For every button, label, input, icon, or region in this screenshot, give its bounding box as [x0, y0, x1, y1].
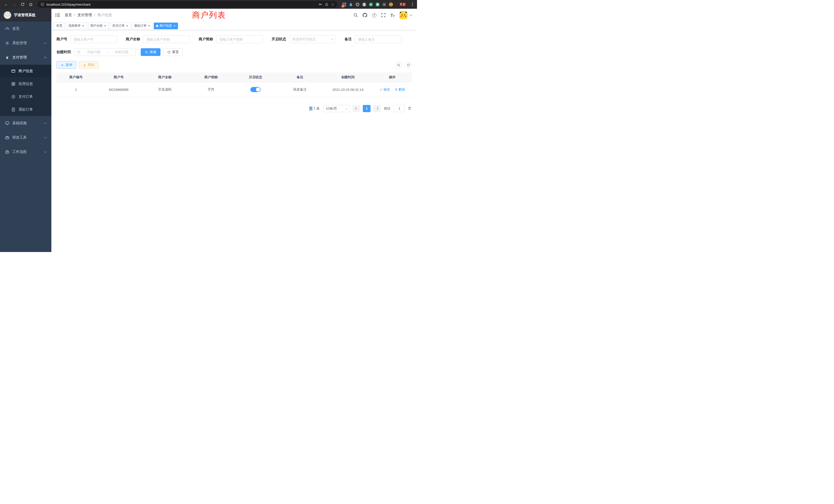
- filter-merchant-no: 商户号: [57, 36, 117, 43]
- reset-button[interactable]: 重置: [163, 48, 183, 56]
- breadcrumb-payment[interactable]: 支付管理: [78, 13, 92, 18]
- sidebar-item-infra[interactable]: 基础设施: [0, 116, 51, 130]
- tab-refund-order[interactable]: 退款订单 ×: [132, 23, 153, 29]
- workflow-icon: [5, 150, 9, 154]
- sidebar-item-refund-order[interactable]: 退款订单: [0, 103, 51, 116]
- status-select[interactable]: 请选择开启状态: [289, 36, 336, 43]
- logo[interactable]: 芋道管理系统: [0, 9, 51, 22]
- date-range-picker[interactable]: 开始日期 - 结束日期: [74, 48, 136, 56]
- chevron-down-icon: [331, 38, 334, 40]
- close-icon[interactable]: ×: [126, 24, 128, 27]
- table-header: 商户全称: [142, 72, 188, 82]
- search-button-label: 搜索: [150, 50, 156, 54]
- chevron-down-icon: [44, 42, 47, 44]
- extension-avatar-icon[interactable]: [362, 2, 367, 7]
- browser-forward-icon[interactable]: →: [11, 1, 18, 8]
- short-name-input[interactable]: [216, 36, 263, 43]
- sidebar-item-pay-order[interactable]: 支付订单: [0, 90, 51, 103]
- password-key-icon[interactable]: [319, 3, 322, 6]
- close-icon[interactable]: ×: [148, 24, 151, 27]
- tab-label: 支付订单: [112, 24, 125, 28]
- browser-home-icon[interactable]: [27, 1, 35, 8]
- page-1-button[interactable]: 1: [363, 105, 371, 112]
- filter-label: 商户全称: [126, 37, 140, 42]
- chevron-left-icon: [355, 107, 358, 110]
- export-button[interactable]: 导出: [79, 61, 98, 69]
- extension-green-square-icon[interactable]: [375, 2, 380, 7]
- sidebar-item-payment[interactable]: ¥ 支付管理: [0, 50, 51, 65]
- share-icon[interactable]: [325, 3, 328, 6]
- active-tab-dot: [156, 25, 158, 27]
- app-title: 芋道管理系统: [14, 13, 36, 18]
- breadcrumb: 首页 / 支付管理 / 商户信息: [65, 13, 112, 18]
- tab-merchant-info[interactable]: 商户信息 ×: [154, 23, 178, 29]
- tab-label: 流程表单: [68, 24, 81, 28]
- extension-orange-avatar-icon[interactable]: [389, 2, 393, 7]
- page-size-select[interactable]: 10条/页: [323, 105, 350, 112]
- remark-input[interactable]: [355, 36, 401, 43]
- next-page-button[interactable]: [373, 105, 381, 112]
- trash-icon: [395, 88, 398, 91]
- tags-view: 首页 流程表单 × 用户分组 × 支付订单 × 退款订单 ×: [51, 22, 417, 30]
- close-icon[interactable]: ×: [104, 24, 107, 27]
- sidebar-item-app-info[interactable]: 应用信息: [0, 77, 51, 90]
- delete-link[interactable]: 删除: [395, 87, 405, 92]
- goto-label: 前往: [384, 106, 391, 111]
- cell-status: [234, 82, 277, 97]
- date-end-placeholder[interactable]: 结束日期: [110, 50, 133, 54]
- goto-page-input[interactable]: [394, 105, 405, 112]
- tab-user-group[interactable]: 用户分组 ×: [88, 23, 109, 29]
- merchant-no-input[interactable]: [70, 36, 117, 43]
- help-icon[interactable]: ?: [372, 13, 377, 18]
- toggle-search-button[interactable]: [395, 61, 402, 69]
- edit-link[interactable]: 修改: [379, 87, 390, 92]
- sidebar-item-system[interactable]: 系统管理: [0, 36, 51, 50]
- hamburger-icon[interactable]: [51, 13, 64, 18]
- sidebar-item-devtools[interactable]: 研发工具: [0, 130, 51, 145]
- filter-label: 商户号: [57, 37, 67, 42]
- breadcrumb-separator: /: [94, 13, 95, 17]
- url-bar[interactable]: localhost:1024/pay/merchant ☆: [38, 1, 337, 8]
- edit-link-label: 修改: [383, 87, 390, 92]
- browser-reload-icon[interactable]: [19, 1, 26, 8]
- refresh-table-button[interactable]: [405, 61, 412, 69]
- user-avatar[interactable]: [399, 11, 408, 19]
- tab-process-form[interactable]: 流程表单 ×: [66, 23, 87, 29]
- sidebar-item-merchant-info[interactable]: 商户信息: [0, 65, 51, 77]
- tab-home[interactable]: 首页: [54, 23, 65, 29]
- font-size-icon[interactable]: TT: [390, 13, 395, 18]
- reset-button-label: 重置: [172, 50, 179, 54]
- sidebar-item-workflow[interactable]: 工作流程: [0, 145, 51, 159]
- close-icon[interactable]: ×: [173, 24, 176, 27]
- page-info-icon[interactable]: [41, 3, 44, 6]
- extension-green-check-icon[interactable]: [369, 2, 373, 7]
- avatar-caret-icon[interactable]: [410, 14, 412, 16]
- extension-dark-circle-icon[interactable]: [355, 2, 360, 7]
- full-name-input[interactable]: [143, 36, 190, 43]
- table-header: 创建时间: [323, 72, 373, 82]
- sidebar-item-home[interactable]: 首页: [0, 22, 51, 36]
- date-start-placeholder[interactable]: 开始日期: [83, 50, 105, 54]
- browser-menu-icon[interactable]: [411, 3, 414, 6]
- search-button[interactable]: 搜索: [141, 48, 160, 56]
- status-toggle[interactable]: [250, 87, 261, 92]
- extensions-area: 10: [341, 2, 395, 7]
- tab-pay-order[interactable]: 支付订单 ×: [110, 23, 131, 29]
- url-text[interactable]: localhost:1024/pay/merchant: [46, 3, 316, 6]
- close-icon[interactable]: ×: [82, 24, 85, 27]
- pagination: 共 1 条 10条/页 1 前往 页: [57, 105, 412, 112]
- add-button[interactable]: 新增: [57, 61, 76, 69]
- extension-claw-icon[interactable]: [382, 2, 387, 7]
- fullscreen-icon[interactable]: [381, 13, 386, 18]
- goto-suffix: 页: [408, 106, 411, 111]
- header-search-icon[interactable]: [353, 13, 358, 18]
- browser-chrome: ← → localhost:1024/pay/merchant ☆ 10: [0, 0, 417, 9]
- browser-update-button[interactable]: 更新: [397, 1, 409, 7]
- prev-page-button[interactable]: [353, 105, 360, 112]
- extension-drop-icon[interactable]: [349, 2, 353, 7]
- bookmark-star-icon[interactable]: ☆: [331, 2, 334, 6]
- browser-back-icon[interactable]: ←: [3, 1, 10, 8]
- breadcrumb-home[interactable]: 首页: [65, 13, 72, 18]
- extension-grid-icon[interactable]: 10: [342, 2, 346, 7]
- github-icon[interactable]: [362, 13, 368, 18]
